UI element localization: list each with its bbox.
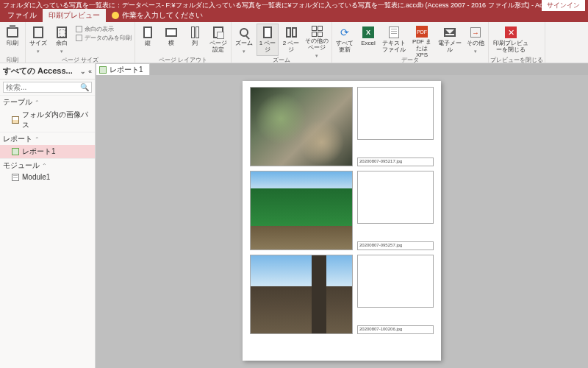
close-preview-button[interactable]: ✕印刷プレビューを閉じる — [490, 24, 531, 56]
module-icon — [12, 174, 19, 181]
lightbulb-icon — [112, 12, 119, 19]
ribbon-group-data: ⟳すべて更新 XExcel テキストファイル PDFPDF または XPS 電子… — [332, 22, 489, 63]
document-tab-label: レポート1 — [110, 65, 143, 75]
export-pdf-button[interactable]: PDFPDF または XPS — [409, 24, 435, 56]
one-page-label: 1 ページ — [257, 40, 278, 54]
report-caption-field: 20200807-095217.jpg — [357, 158, 434, 166]
two-page-button[interactable]: 2 ページ — [280, 24, 302, 56]
nav-search[interactable]: 🔍 — [3, 82, 92, 93]
text-label: テキストファイル — [381, 40, 406, 54]
page-setup-button[interactable]: ページ設定 — [207, 24, 229, 56]
report-icon — [12, 148, 19, 155]
margins-button[interactable]: 余白 ▾ — [51, 24, 73, 56]
text-file-icon — [389, 26, 399, 38]
data-only-checkbox[interactable]: データのみを印刷 — [76, 34, 132, 42]
ribbon-group-layout: 縦 横 列 ページ設定 ページ レイアウト — [135, 22, 232, 63]
refresh-all-button[interactable]: ⟳すべて更新 — [334, 24, 356, 56]
ribbon-group-pagesize: サイズ ▾ 余白 ▾ 余白の表示 データのみを印刷 ページ サイズ — [26, 22, 135, 63]
portrait-icon — [143, 26, 152, 38]
landscape-icon — [165, 28, 177, 37]
export-mail-button[interactable]: 電子メール — [437, 24, 463, 56]
report-row: 20200807-095217.jpg — [250, 87, 434, 166]
two-page-icon — [286, 27, 297, 38]
workspace: すべての Access... ⌄ « 🔍 テーブル⌃ フォルダ内の画像パス レポ… — [0, 63, 588, 368]
page-size-button[interactable]: サイズ ▾ — [27, 24, 49, 56]
table-icon — [12, 116, 19, 124]
ribbon-tabstrip: ファイル 印刷プレビュー 作業を入力してください — [0, 10, 588, 22]
nav-group-tables[interactable]: テーブル⌃ — [0, 95, 95, 108]
report-field-large — [357, 255, 434, 308]
report-row: 20200807-100206.jpg — [250, 255, 434, 334]
navigation-pane: すべての Access... ⌄ « 🔍 テーブル⌃ フォルダ内の画像パス レポ… — [0, 63, 96, 368]
page-setup-icon — [213, 26, 223, 38]
zoom-label: ズーム — [235, 40, 253, 47]
one-page-button[interactable]: 1 ページ — [257, 24, 279, 56]
nav-item-table-imagepaths[interactable]: フォルダ内の画像パス — [0, 108, 95, 132]
page-size-icon — [33, 26, 43, 38]
columns-label: 列 — [192, 40, 198, 47]
mail-label: 電子メール — [437, 40, 462, 54]
tab-print-preview[interactable]: 印刷プレビュー — [43, 9, 106, 22]
one-page-icon — [263, 26, 272, 38]
close-label: 印刷プレビューを閉じる — [491, 40, 531, 54]
report-row: 20200807-095257.jpg — [250, 171, 434, 250]
caret-icon: ⌃ — [35, 99, 40, 106]
report-image — [250, 87, 353, 166]
refresh-icon: ⟳ — [338, 26, 351, 39]
nav-item-label: Module1 — [22, 173, 50, 181]
nav-group-modules-label: モジュール — [3, 160, 40, 171]
columns-button[interactable]: 列 — [184, 24, 206, 56]
page-setup-label: ページ設定 — [208, 40, 229, 54]
nav-group-modules[interactable]: モジュール⌃ — [0, 158, 95, 171]
more-pages-button[interactable]: その他のページ▾ — [304, 24, 330, 56]
report-caption-field: 20200807-100206.jpg — [357, 325, 434, 334]
margins-label: 余白 — [56, 40, 68, 47]
ribbon-group-print: 印刷 印刷 — [0, 22, 26, 63]
report-icon — [99, 66, 107, 74]
preview-canvas[interactable]: 20200807-095217.jpg 20200807-095257.jpg … — [96, 75, 588, 368]
nav-item-label: フォルダ内の画像パス — [22, 110, 92, 130]
export-text-button[interactable]: テキストファイル — [381, 24, 407, 56]
sign-in-button[interactable]: サインイン — [542, 0, 585, 11]
nav-item-report1[interactable]: レポート1 — [0, 145, 95, 158]
portrait-label: 縦 — [145, 40, 151, 47]
ribbon: 印刷 印刷 サイズ ▾ 余白 ▾ 余白の表示 データのみを印刷 ページ サイズ — [0, 22, 588, 63]
excel-label: Excel — [361, 40, 376, 47]
margins-icon — [57, 26, 67, 38]
landscape-button[interactable]: 横 — [160, 24, 182, 56]
nav-group-reports-label: レポート — [3, 134, 32, 144]
nav-item-module1[interactable]: Module1 — [0, 171, 95, 183]
caret-icon: ⌃ — [35, 136, 40, 143]
caret-icon: ⌃ — [42, 163, 47, 169]
show-margins-checkbox[interactable]: 余白の表示 — [76, 25, 132, 33]
nav-search-input[interactable] — [4, 82, 78, 92]
report-field-large — [357, 87, 434, 140]
more-pages-label: その他のページ — [304, 38, 329, 52]
report-page: 20200807-095217.jpg 20200807-095257.jpg … — [243, 81, 441, 361]
print-label: 印刷 — [7, 40, 18, 47]
pdf-icon: PDF — [416, 26, 428, 38]
more-pages-icon — [312, 26, 323, 37]
tell-me-box[interactable]: 作業を入力してください — [106, 9, 209, 22]
tell-me-label: 作業を入力してください — [122, 10, 203, 21]
mail-icon — [444, 28, 456, 37]
portrait-button[interactable]: 縦 — [137, 24, 159, 56]
nav-title: すべての Access... — [3, 66, 73, 77]
document-tab-report1[interactable]: レポート1 — [96, 63, 150, 76]
more-icon: → — [470, 27, 481, 38]
zoom-button[interactable]: ズーム▾ — [233, 24, 255, 56]
printer-icon — [7, 27, 18, 38]
ribbon-group-zoom: ズーム▾ 1 ページ 2 ページ その他のページ▾ ズーム — [232, 22, 332, 63]
nav-group-reports[interactable]: レポート⌃ — [0, 132, 95, 145]
page-size-label: サイズ — [29, 40, 47, 47]
print-button[interactable]: 印刷 — [1, 24, 24, 56]
nav-header[interactable]: すべての Access... ⌄ « — [0, 63, 95, 79]
export-other-button[interactable]: →その他▾ — [465, 24, 487, 56]
close-icon: ✕ — [505, 26, 517, 38]
report-image — [250, 255, 353, 334]
ribbon-group-close: ✕印刷プレビューを閉じる プレビューを閉じる — [489, 22, 545, 63]
tab-file[interactable]: ファイル — [1, 9, 43, 22]
landscape-label: 横 — [168, 40, 174, 47]
export-excel-button[interactable]: XExcel — [357, 24, 379, 56]
chevron-down-icon: ⌄ « — [80, 68, 92, 75]
